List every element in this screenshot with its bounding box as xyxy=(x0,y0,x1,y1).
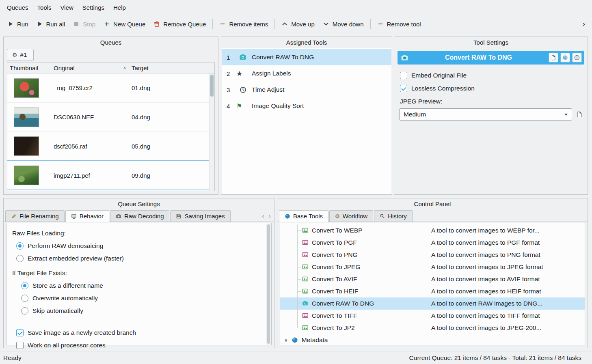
assigned-tool-row[interactable]: 4 ⚑ Image Quality Sort xyxy=(222,98,391,114)
tab-raw-decoding[interactable]: Raw Decoding xyxy=(110,210,170,222)
move-up-button[interactable]: Move up xyxy=(277,18,319,30)
tab-saving-images[interactable]: Saving Images xyxy=(170,210,230,222)
tool-docs-button[interactable] xyxy=(549,53,558,62)
tool-tree-row[interactable]: Convert To JPEG A tool to convert images… xyxy=(280,261,585,273)
tab-base-tools[interactable]: Base Tools xyxy=(279,210,328,222)
toolbar-separator xyxy=(370,19,371,29)
thumbnail-image xyxy=(14,166,39,185)
queue-tab-1[interactable]: ⚙ #1 xyxy=(7,49,34,60)
toolbar: Run Run all Stop New Queue Remove Queue … xyxy=(0,15,592,33)
column-label: Target xyxy=(132,65,149,71)
queue-item-row[interactable]: dscf2056.raf 05.dng xyxy=(7,132,209,161)
jpeg-preview-row: Medium xyxy=(399,108,583,121)
tab-behavior[interactable]: Behavior xyxy=(65,210,109,222)
tab-scroll-buttons: ‹ › xyxy=(260,213,272,222)
run-all-label: Run all xyxy=(46,21,65,28)
move-down-button[interactable]: Move down xyxy=(319,18,368,30)
assigned-tool-row[interactable]: 3 Time Adjust xyxy=(222,82,391,98)
flag-icon: ⚑ xyxy=(236,102,242,110)
scrollbar-thumb[interactable] xyxy=(267,224,270,344)
tool-label: Assign Labels xyxy=(249,70,291,77)
menu-item-settings[interactable]: Settings xyxy=(78,1,109,14)
jpeg-preview-select[interactable]: Medium xyxy=(399,108,572,121)
tool-website-button[interactable] xyxy=(560,53,570,62)
tab-label: File Renaming xyxy=(19,213,59,220)
remove-tool-button[interactable]: Remove tool xyxy=(373,18,425,30)
queue-item-row[interactable]: DSC0630.NEF 04.dng xyxy=(7,103,209,132)
embed-original-checkbox[interactable]: Embed Original File xyxy=(400,72,467,79)
tab-file-renaming[interactable]: File Renaming xyxy=(5,210,65,222)
queue-tab-label: #1 xyxy=(20,51,27,58)
remove-items-button[interactable]: Remove items xyxy=(215,18,272,30)
menu-item-help[interactable]: Help xyxy=(109,1,130,14)
vertical-scrollbar[interactable] xyxy=(209,73,214,191)
all-cores-checkbox[interactable]: Work on all processor cores xyxy=(16,342,266,349)
vertical-scrollbar[interactable] xyxy=(266,224,271,345)
assigned-tool-row[interactable]: 1 Convert RAW To DNG xyxy=(222,49,391,65)
tool-tree-row[interactable]: Convert To PNG A tool to convert images … xyxy=(280,249,585,261)
metadata-tree-node[interactable]: ∨ Metadata xyxy=(280,334,585,345)
metadata-label: Metadata xyxy=(302,336,328,344)
document-icon-button[interactable] xyxy=(576,111,583,118)
tool-tree-row[interactable]: Convert To JP2 A tool to convert images … xyxy=(280,322,585,334)
new-queue-button[interactable]: New Queue xyxy=(99,18,149,30)
run-all-button[interactable]: Run all xyxy=(32,18,69,30)
queue-item-row[interactable]: imgp2711.pef 09.dng xyxy=(7,161,209,190)
remove-tool-label: Remove tool xyxy=(387,21,421,28)
overwrite-label: Overwrite automatically xyxy=(32,295,98,302)
tab-scroll-right-icon[interactable]: › xyxy=(267,213,272,220)
original-filename: imgp2711.pef xyxy=(51,161,129,190)
menu-item-view[interactable]: View xyxy=(56,1,78,14)
tool-index: 1 xyxy=(222,54,236,61)
image-icon xyxy=(302,252,308,258)
thumbnail-image xyxy=(14,136,39,156)
column-header-target[interactable]: Target xyxy=(129,62,209,73)
status-queue-summary: Current Queue: 21 items / 84 tasks - Tot… xyxy=(409,354,581,362)
tool-tree-row[interactable]: Convert To TIFF A tool to convert images… xyxy=(280,310,585,322)
assigned-tool-row[interactable]: 2 ★ Assign Labels xyxy=(222,65,391,82)
tool-tree-row[interactable]: Convert To AVIF A tool to convert images… xyxy=(280,273,585,285)
tool-tree-row[interactable]: Convert To WEBP A tool to convert images… xyxy=(280,224,585,237)
column-header-original[interactable]: Original ∧ xyxy=(51,62,129,73)
checkbox-checked-icon xyxy=(400,85,407,92)
document-icon xyxy=(551,55,556,60)
tool-label: Time Adjust xyxy=(249,86,284,93)
remove-queue-button[interactable]: Remove Queue xyxy=(149,18,210,30)
tool-info-button[interactable] xyxy=(572,53,582,62)
tool-settings-header: Convert RAW To DNG xyxy=(398,51,584,65)
skip-radio[interactable]: Skip automatically xyxy=(21,307,266,314)
column-header-thumbnail[interactable]: Thumbnail xyxy=(7,62,51,73)
tab-workflow[interactable]: ⚙ Workflow xyxy=(329,210,373,222)
original-filename: dscf2056.raf xyxy=(51,132,129,160)
radio-unchecked-icon xyxy=(21,295,28,302)
tool-name: Convert To PGF xyxy=(280,239,357,246)
menu-item-tools[interactable]: Tools xyxy=(33,1,56,14)
tool-tree-row[interactable]: Convert To HEIF A tool to convert images… xyxy=(280,285,585,297)
store-different-name-radio[interactable]: Store as a different name xyxy=(21,282,266,289)
tool-description: A tool to convert images to PGF format xyxy=(431,239,583,246)
chevron-down-icon xyxy=(564,114,568,116)
tab-scroll-left-icon[interactable]: ‹ xyxy=(260,213,266,220)
tool-tree-row-selected[interactable]: Convert RAW To DNG A tool to convert RAW… xyxy=(280,297,585,310)
lossless-compression-checkbox[interactable]: Lossless Compression xyxy=(400,85,475,92)
stop-button[interactable]: Stop xyxy=(69,18,99,30)
radio-checked-icon xyxy=(21,282,28,289)
tool-tree-row[interactable]: Convert To PGF A tool to convert images … xyxy=(280,237,585,249)
checkbox-checked-icon xyxy=(16,329,24,336)
queues-panel: Queues ⚙ #1 Thumbnail Original ∧ Target … xyxy=(3,37,218,195)
run-button[interactable]: Run xyxy=(3,18,32,30)
move-up-label: Move up xyxy=(291,21,315,28)
demosaic-radio[interactable]: Perform RAW demosaicing xyxy=(16,242,266,250)
target-filename: 09.dng xyxy=(129,161,209,190)
tab-history[interactable]: History xyxy=(374,210,413,222)
queue-items-table: Thumbnail Original ∧ Target _mg_0759.cr2… xyxy=(7,62,215,191)
embedded-preview-radio[interactable]: Extract embedded preview (faster) xyxy=(16,255,266,262)
scrollbar-thumb[interactable] xyxy=(210,75,214,97)
queue-item-row[interactable]: _mg_0759.cr2 01.dng xyxy=(7,73,209,103)
menu-item-queues[interactable]: Queues xyxy=(2,1,33,14)
toolbar-overflow-button[interactable]: › xyxy=(579,18,589,30)
dng-converter-icon xyxy=(302,300,308,306)
overwrite-radio[interactable]: Overwrite automatically xyxy=(21,295,266,302)
new-branch-checkbox[interactable]: Save image as a newly created branch xyxy=(16,329,266,336)
thumbnail-image xyxy=(14,108,39,127)
